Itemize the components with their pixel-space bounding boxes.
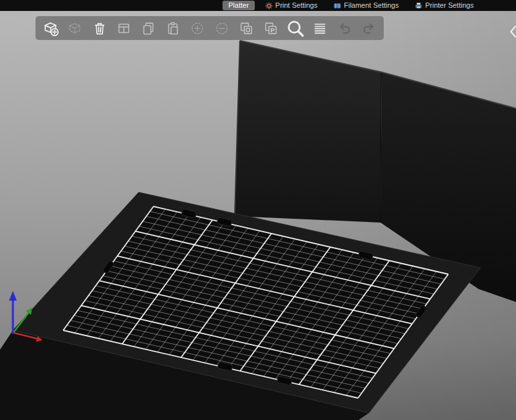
zoom-button[interactable]: [286, 18, 305, 39]
arrange-button[interactable]: [114, 18, 134, 39]
3d-scene[interactable]: [0, 11, 516, 420]
tab-filament-settings[interactable]: Filament Settings: [328, 1, 404, 10]
layer-view-button[interactable]: [310, 18, 330, 39]
undo-arrow-icon: [336, 20, 353, 37]
split-squares-icon: [238, 20, 255, 37]
printer-icon: [415, 2, 422, 10]
delete-all-button[interactable]: [90, 18, 109, 39]
slicer-window: Platter Print Settings: [0, 0, 516, 420]
tab-filament-settings-label: Filament Settings: [344, 1, 399, 10]
tab-print-settings[interactable]: Print Settings: [259, 1, 323, 10]
settings-tab-bar: Platter Print Settings: [0, 0, 516, 11]
object-settings-button[interactable]: P: [261, 18, 281, 39]
dashed-cube-icon: [66, 20, 83, 37]
arrange-window-icon: [115, 20, 132, 37]
gear-icon: [265, 2, 273, 10]
paste-button[interactable]: [163, 18, 183, 39]
collapse-panel-handle[interactable]: [508, 24, 516, 39]
copy-pages-icon: [140, 20, 157, 37]
undo-button[interactable]: [335, 18, 354, 39]
add-object-button[interactable]: [41, 18, 60, 39]
platter-toolbar: P: [35, 16, 384, 40]
layers-icon: [312, 20, 328, 37]
tab-platter[interactable]: Platter: [223, 1, 255, 10]
copy-button[interactable]: [139, 18, 158, 39]
tab-print-settings-label: Print Settings: [275, 1, 317, 10]
delete-object-button[interactable]: [65, 18, 84, 39]
decrease-copies-button[interactable]: [212, 18, 232, 39]
plus-circle-icon: [189, 20, 206, 37]
chevron-left-icon: [509, 25, 516, 38]
wall-fold-line: [381, 73, 381, 222]
magnifier-icon: [286, 19, 305, 38]
p-glyph: P: [270, 26, 275, 34]
add-cube-icon: [42, 19, 59, 37]
split-object-button[interactable]: [237, 18, 256, 39]
3d-viewport[interactable]: P: [0, 11, 516, 420]
tab-printer-settings[interactable]: Printer Settings: [409, 1, 479, 10]
redo-button[interactable]: [359, 18, 379, 39]
filament-spool-icon: [333, 2, 341, 10]
p-squares-icon: P: [263, 20, 279, 37]
trash-icon: [91, 20, 108, 37]
redo-arrow-icon: [361, 20, 377, 37]
increase-copies-button[interactable]: [188, 18, 207, 39]
minus-circle-icon: [213, 20, 230, 37]
tabs-row: Platter Print Settings: [223, 1, 479, 10]
tab-platter-label: Platter: [228, 1, 249, 10]
paste-clipboard-icon: [164, 20, 181, 37]
tab-printer-settings-label: Printer Settings: [425, 1, 473, 10]
